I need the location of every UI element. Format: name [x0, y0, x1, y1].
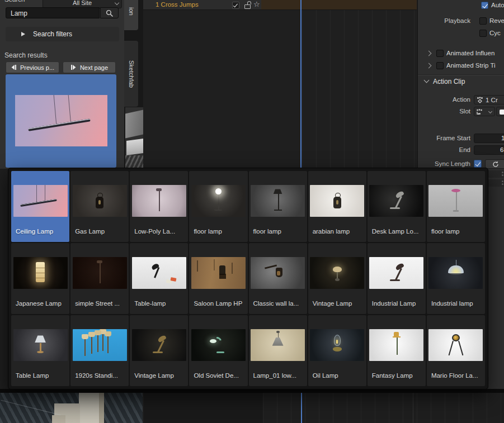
- model-card[interactable]: Mario Floor La...: [427, 315, 485, 386]
- model-card[interactable]: Table Lamp: [11, 315, 69, 386]
- frame-start-value: 1: [501, 135, 504, 141]
- model-label: floor lamp: [189, 228, 247, 242]
- model-label: Japanese Lamp: [11, 300, 69, 314]
- model-label: Desk Lamp Lo...: [368, 228, 426, 242]
- model-thumbnail: [132, 257, 186, 289]
- model-card[interactable]: Saloon Lamp HP: [189, 243, 247, 314]
- model-label: Gas Lamp: [70, 228, 129, 242]
- model-card[interactable]: arabian lamp: [308, 171, 366, 242]
- action-field[interactable]: 1 Cr: [474, 95, 504, 104]
- model-card[interactable]: Industrial Lamp: [368, 243, 426, 314]
- animated-influence-checkbox[interactable]: [436, 50, 444, 57]
- sync-length-checkbox[interactable]: [474, 160, 482, 168]
- model-card[interactable]: Desk Lamp Lo...: [368, 171, 426, 242]
- sync-refresh-button[interactable]: [485, 159, 504, 169]
- model-label: 1920s Standi...: [70, 372, 129, 386]
- model-label: Ceiling Lamp: [11, 228, 69, 242]
- model-thumbnail: [310, 257, 364, 289]
- cyclic-label: Cyc: [489, 30, 501, 36]
- model-label: floor lamp: [249, 228, 307, 242]
- timeline-marker-line: [413, 393, 413, 423]
- playhead[interactable]: [301, 393, 302, 423]
- viewport-3d-fragment[interactable]: [0, 393, 143, 423]
- slot-icon: [476, 109, 483, 115]
- model-card[interactable]: floor lamp: [189, 171, 247, 242]
- model-card[interactable]: Japanese Lamp: [11, 243, 69, 314]
- animated-strip-time-checkbox[interactable]: [436, 62, 444, 69]
- expand-chevron-icon[interactable]: [426, 51, 432, 56]
- model-card[interactable]: Classic wall la...: [249, 243, 307, 314]
- model-card[interactable]: Low-Poly La...: [130, 171, 188, 242]
- model-thumbnail: [369, 185, 423, 217]
- model-thumbnail: [191, 329, 246, 361]
- search-button[interactable]: [100, 7, 119, 18]
- end-field[interactable]: 6: [474, 145, 504, 155]
- model-card[interactable]: Old Soviet De...: [189, 315, 247, 386]
- model-thumbnail: [13, 185, 68, 217]
- model-thumbnail: [428, 329, 483, 361]
- tab-sketchfab[interactable]: Sketchfab: [124, 41, 138, 107]
- reversed-checkbox[interactable]: [479, 17, 487, 25]
- model-label: Low-Poly La...: [130, 228, 188, 242]
- model-thumbnail: [191, 185, 246, 217]
- nla-channel-header[interactable]: 1 Cross Jumps ☆: [143, 0, 261, 10]
- model-card[interactable]: Vintage Lamp: [308, 243, 366, 314]
- search-filters-header[interactable]: Search filters: [6, 27, 119, 41]
- model-thumbnail: [251, 257, 305, 289]
- model-card[interactable]: Ceiling Lamp: [11, 171, 69, 242]
- expand-chevron-icon[interactable]: [426, 63, 432, 69]
- model-card[interactable]: Fantasy Lamp: [368, 315, 426, 386]
- model-card[interactable]: floor lamp: [427, 171, 485, 242]
- model-thumbnail: [251, 329, 305, 361]
- next-page-button[interactable]: Next page: [63, 61, 116, 73]
- expand-triangle-icon: [21, 32, 25, 36]
- model-label: simple Street ...: [70, 300, 129, 314]
- model-card[interactable]: Gas Lamp: [70, 171, 129, 242]
- model-card[interactable]: floor lamp: [249, 171, 307, 242]
- cyclic-checkbox[interactable]: [479, 30, 487, 37]
- model-card[interactable]: Oil Lamp: [308, 315, 366, 386]
- animated-influence-label: Animated Influen: [446, 50, 494, 56]
- model-label: Classic wall la...: [249, 300, 307, 314]
- search-label: Search: [4, 0, 25, 3]
- model-card[interactable]: Vintage Lamp: [130, 315, 188, 386]
- model-label: Mario Floor La...: [427, 372, 485, 386]
- previous-page-icon: [11, 65, 17, 70]
- slot-name-field[interactable]: [496, 107, 504, 116]
- model-label: Old Soviet De...: [189, 372, 247, 386]
- previous-page-button[interactable]: Previous p...: [6, 61, 59, 73]
- frame-start-label: Frame Start: [418, 135, 470, 141]
- animated-strip-time-label: Animated Strip Ti: [446, 62, 496, 69]
- model-card[interactable]: 1920s Standi...: [70, 315, 129, 386]
- model-label: Oil Lamp: [308, 372, 366, 386]
- model-thumbnail: [13, 257, 68, 289]
- auto-blend-checkbox[interactable]: [481, 2, 488, 9]
- auto-blend-label: Auto: [491, 2, 504, 8]
- slot-dropdown[interactable]: [474, 107, 495, 116]
- model-label: floor lamp: [427, 228, 485, 242]
- model-card[interactable]: Industrial lamp: [427, 243, 485, 314]
- chevron-down-icon: [115, 1, 119, 5]
- unlock-icon[interactable]: [244, 1, 251, 8]
- collapse-chevron-icon[interactable]: [424, 78, 430, 83]
- tab-animation[interactable]: ion: [124, 0, 138, 30]
- model-thumbnail: [251, 185, 305, 217]
- search-input[interactable]: Lamp: [6, 7, 100, 18]
- timeline-editor[interactable]: [144, 393, 504, 423]
- star-icon[interactable]: ☆: [253, 0, 260, 8]
- end-value: 6: [500, 146, 503, 153]
- model-card[interactable]: Lamp_01 low...: [249, 315, 307, 386]
- model-label: Fantasy Lamp: [368, 372, 426, 386]
- model-card[interactable]: Table-lamp: [130, 243, 188, 314]
- frame-start-field[interactable]: 1: [474, 134, 504, 143]
- chevron-down-icon: [488, 110, 492, 113]
- editor-separator: [0, 389, 504, 393]
- model-label: Lamp_01 low...: [249, 372, 307, 386]
- model-thumbnail: [13, 329, 68, 361]
- search-icon: [106, 9, 113, 17]
- model-thumbnail: [369, 257, 423, 289]
- selected-model-preview[interactable]: [6, 74, 116, 168]
- model-card[interactable]: simple Street ...: [70, 243, 129, 314]
- model-thumbnail: [132, 185, 186, 217]
- track-enable-checkbox[interactable]: [232, 2, 239, 9]
